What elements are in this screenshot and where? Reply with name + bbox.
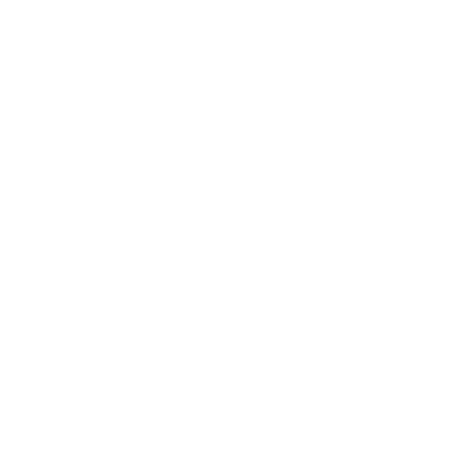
bottleneck-chart [0,0,476,476]
chart-canvas [0,0,476,476]
